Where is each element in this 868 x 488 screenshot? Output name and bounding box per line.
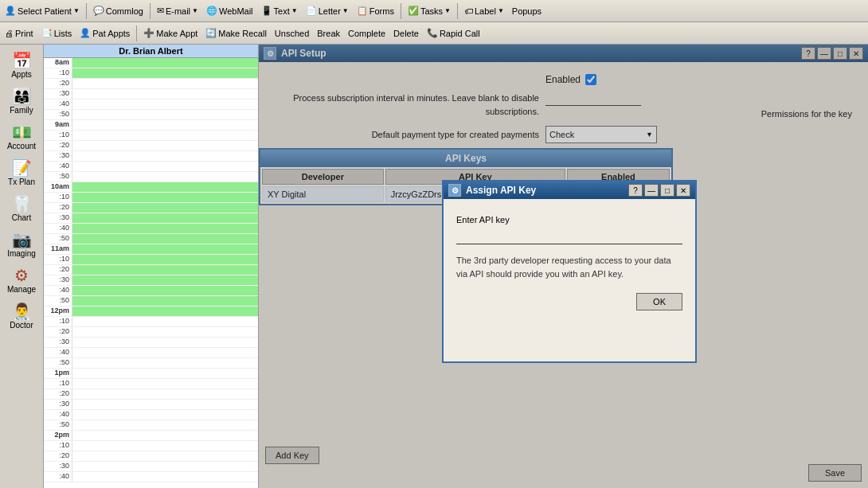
modal-minimize-button[interactable]: — (644, 184, 659, 197)
time-cell[interactable] (72, 203, 258, 213)
toolbar-second: 🖨 Print 📑 Lists 👤 Pat Appts ➕ Make Appt … (0, 22, 868, 45)
time-row: :30 (44, 151, 258, 162)
time-row: :20 (44, 389, 258, 400)
time-cell[interactable] (72, 151, 258, 161)
separator (86, 3, 87, 19)
sidebar-item-manage[interactable]: ⚙ Manage (1, 263, 42, 297)
sidebar-item-imaging[interactable]: 📷 Imaging (1, 227, 42, 261)
assign-modal-title: Assign API Key (466, 185, 536, 196)
api-key-input[interactable] (456, 229, 682, 244)
print-button[interactable]: 🖨 Print (2, 28, 37, 39)
time-cell[interactable] (72, 213, 258, 223)
modal-close-button[interactable]: ✕ (676, 184, 690, 197)
time-cell[interactable] (72, 58, 258, 68)
select-patient-button[interactable]: 👤 Select Patient ▼ (2, 5, 83, 17)
time-row: 12pm (44, 306, 258, 317)
sidebar-item-family[interactable]: 👨‍👩‍👧 Family (1, 84, 42, 118)
time-cell[interactable] (72, 110, 258, 119)
popups-button[interactable]: Popups (509, 6, 545, 17)
sidebar-item-doctor[interactable]: 👨‍⚕️ Doctor (1, 299, 42, 333)
time-cell[interactable] (72, 131, 258, 140)
time-cell[interactable] (72, 379, 258, 388)
time-cell[interactable] (72, 244, 258, 254)
time-cell[interactable] (72, 306, 258, 316)
time-cell[interactable] (72, 162, 258, 171)
time-cell[interactable] (72, 431, 258, 440)
lists-button[interactable]: 📑 Lists (38, 27, 76, 39)
modal-help-button[interactable]: ? (628, 184, 643, 197)
time-cell[interactable] (72, 89, 258, 99)
time-cell[interactable] (72, 193, 258, 202)
time-row: 2pm (44, 431, 258, 441)
rapid-call-button[interactable]: 📞 Rapid Call (424, 27, 483, 39)
time-cell[interactable] (72, 255, 258, 264)
calendar-header: Dr. Brian Albert (44, 45, 258, 58)
time-cell[interactable] (72, 182, 258, 192)
time-cell[interactable] (72, 79, 258, 88)
time-cell[interactable] (72, 327, 258, 337)
time-cell[interactable] (72, 100, 258, 109)
commlog-icon: 💬 (93, 6, 104, 16)
make-recall-button[interactable]: 🔄 Make Recall (202, 27, 270, 39)
time-cell[interactable] (72, 420, 258, 430)
letter-button[interactable]: 📄 Letter ▼ (303, 5, 352, 17)
sidebar-item-account[interactable]: 💵 Account (1, 119, 42, 154)
time-cell[interactable] (72, 265, 258, 275)
time-cell[interactable] (72, 410, 258, 420)
time-row: :10 (44, 441, 258, 451)
time-cell[interactable] (72, 472, 258, 482)
time-row: :10 (44, 193, 258, 203)
time-cell[interactable] (72, 451, 258, 461)
time-cell[interactable] (72, 224, 258, 233)
time-row: :10 (44, 379, 258, 389)
time-cell[interactable] (72, 462, 258, 471)
break-button[interactable]: Break (314, 28, 343, 39)
sidebar-item-txplan[interactable]: 📝 Tx Plan (1, 155, 42, 189)
sidebar-item-chart[interactable]: 🦷 Chart (1, 191, 42, 225)
time-cell[interactable] (72, 275, 258, 285)
time-cell[interactable] (72, 120, 258, 130)
time-cell[interactable] (72, 358, 258, 368)
time-row: :20 (44, 79, 258, 89)
time-row: :20 (44, 327, 258, 338)
time-cell[interactable] (72, 338, 258, 347)
time-cell[interactable] (72, 400, 258, 409)
time-label: :10 (44, 441, 72, 451)
time-cell[interactable] (72, 369, 258, 378)
time-label: 8am (44, 58, 72, 68)
webmail-button[interactable]: 🌐 WebMail (203, 5, 256, 17)
commlog-button[interactable]: 💬 Commlog (90, 5, 147, 17)
modal-maximize-button[interactable]: □ (660, 184, 674, 197)
time-grid[interactable]: 8am:10:20:30:40:509am:10:20:30:40:5010am… (44, 58, 258, 488)
email-button[interactable]: ✉ E-mail ▼ (154, 5, 201, 17)
delete-button[interactable]: Delete (390, 28, 422, 39)
pat-appts-button[interactable]: 👤 Pat Appts (76, 27, 133, 39)
make-appt-button[interactable]: ➕ Make Appt (140, 27, 201, 39)
tasks-button[interactable]: ✅ Tasks ▼ (405, 5, 454, 17)
forms-button[interactable]: 📋 Forms (354, 5, 397, 17)
person-icon: 👤 (5, 6, 16, 16)
time-label: :30 (44, 89, 72, 99)
time-cell[interactable] (72, 68, 258, 78)
time-cell[interactable] (72, 296, 258, 306)
sidebar-item-appts[interactable]: 📅 Appts (1, 48, 42, 82)
time-row: :40 (44, 286, 258, 296)
time-cell[interactable] (72, 286, 258, 295)
complete-button[interactable]: Complete (345, 28, 389, 39)
select-patient-label: Select Patient (18, 6, 72, 16)
time-cell[interactable] (72, 141, 258, 150)
time-cell[interactable] (72, 317, 258, 326)
time-cell[interactable] (72, 348, 258, 357)
time-label: 11am (44, 244, 72, 254)
unsched-button[interactable]: Unsched (272, 28, 312, 39)
time-row: :50 (44, 110, 258, 120)
time-cell[interactable] (72, 172, 258, 182)
label-button[interactable]: 🏷 Label ▼ (461, 6, 507, 17)
time-label: :30 (44, 275, 72, 285)
time-label: :10 (44, 68, 72, 78)
time-cell[interactable] (72, 234, 258, 244)
time-cell[interactable] (72, 441, 258, 451)
text-button[interactable]: 📱 Text ▼ (258, 5, 301, 17)
ok-button[interactable]: OK (636, 293, 682, 310)
time-cell[interactable] (72, 389, 258, 399)
